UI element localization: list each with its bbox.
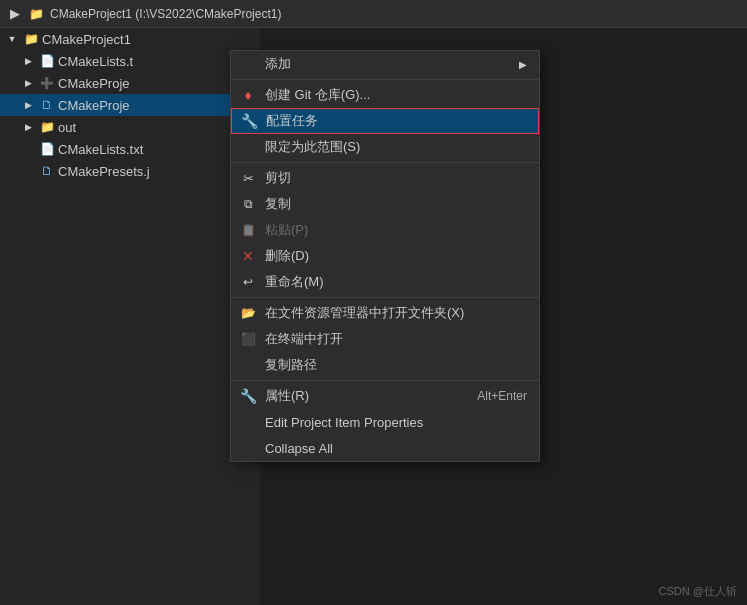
menu-item-explorer[interactable]: 📂 在文件资源管理器中打开文件夹(X) (231, 300, 539, 326)
collapseall-icon (239, 439, 257, 457)
arrow-cmake3 (20, 100, 36, 110)
folder-icon-root: 📁 (23, 31, 39, 47)
arrow-root (4, 34, 20, 44)
properties-shortcut: Alt+Enter (477, 389, 527, 403)
label-cmake2: CMakeProje (58, 76, 130, 91)
cut-icon: ✂ (239, 169, 257, 187)
menu-item-git[interactable]: ♦ 创建 Git 仓库(G)... (231, 82, 539, 108)
tree-item-cmake3[interactable]: 🗋 CMakeProje (0, 94, 260, 116)
menu-item-copypath[interactable]: 复制路径 (231, 352, 539, 378)
add-label: 添加 (265, 55, 511, 73)
explorer-icon: 📂 (239, 304, 257, 322)
menu-item-editprops[interactable]: Edit Project Item Properties (231, 409, 539, 435)
configure-icon: 🔧 (240, 112, 258, 130)
add-icon (239, 55, 257, 73)
menu-item-scope[interactable]: 限定为此范围(S) (231, 134, 539, 160)
tree-item-root[interactable]: 📁 CMakeProject1 (0, 28, 260, 50)
label-cmakelists: CMakeLists.txt (58, 142, 143, 157)
separator-4 (231, 380, 539, 381)
label-root: CMakeProject1 (42, 32, 131, 47)
file-icon-cmake3: 🗋 (39, 97, 55, 113)
paste-label: 粘贴(P) (265, 221, 527, 239)
copypath-icon (239, 356, 257, 374)
menu-item-delete[interactable]: ✕ 删除(D) (231, 243, 539, 269)
explorer-tree: 📁 CMakeProject1 📄 CMakeLists.t ➕ CMakePr… (0, 28, 260, 605)
title-text: CMakeProject1 (I:\VS2022\CMakeProject1) (50, 7, 281, 21)
copypath-label: 复制路径 (265, 356, 527, 374)
terminal-label: 在终端中打开 (265, 330, 527, 348)
folder-icon-out: 📁 (39, 119, 55, 135)
separator-1 (231, 79, 539, 80)
rename-icon: ↩ (239, 273, 257, 291)
tree-item-cmake2[interactable]: ➕ CMakeProje (0, 72, 260, 94)
cut-label: 剪切 (265, 169, 527, 187)
tree-item-cmake1[interactable]: 📄 CMakeLists.t (0, 50, 260, 72)
project-folder-icon: 📁 (28, 6, 44, 22)
arrow-cmake1 (20, 56, 36, 66)
properties-label: 属性(R) (265, 387, 469, 405)
git-label: 创建 Git 仓库(G)... (265, 86, 527, 104)
collapseall-label: Collapse All (265, 441, 527, 456)
tree-item-cmakepresets[interactable]: 🗋 CMakePresets.j (0, 160, 260, 182)
label-cmake1: CMakeLists.t (58, 54, 133, 69)
explorer-label: 在文件资源管理器中打开文件夹(X) (265, 304, 527, 322)
menu-item-properties[interactable]: 🔧 属性(R) Alt+Enter (231, 383, 539, 409)
menu-item-collapseall[interactable]: Collapse All (231, 435, 539, 461)
tree-item-out[interactable]: 📁 out (0, 116, 260, 138)
configure-label: 配置任务 (266, 112, 526, 130)
label-out: out (58, 120, 76, 135)
menu-item-paste: 📋 粘贴(P) (231, 217, 539, 243)
delete-icon: ✕ (239, 247, 257, 265)
copy-icon: ⧉ (239, 195, 257, 213)
copy-label: 复制 (265, 195, 527, 213)
label-cmake3: CMakeProje (58, 98, 130, 113)
file-icon-cmakelists: 📄 (39, 141, 55, 157)
menu-item-add[interactable]: 添加 ▶ (231, 51, 539, 77)
properties-icon: 🔧 (239, 387, 257, 405)
file-icon-cmake2: ➕ (39, 75, 55, 91)
editprops-icon (239, 413, 257, 431)
title-bar: ▶ 📁 CMakeProject1 (I:\VS2022\CMakeProjec… (0, 0, 747, 28)
scope-label: 限定为此范围(S) (265, 138, 527, 156)
menu-item-copy[interactable]: ⧉ 复制 (231, 191, 539, 217)
separator-3 (231, 297, 539, 298)
menu-item-rename[interactable]: ↩ 重命名(M) (231, 269, 539, 295)
menu-item-cut[interactable]: ✂ 剪切 (231, 165, 539, 191)
arrow-out (20, 122, 36, 132)
git-icon: ♦ (239, 86, 257, 104)
tree-item-cmakelists[interactable]: 📄 CMakeLists.txt (0, 138, 260, 160)
file-icon-cmake1: 📄 (39, 53, 55, 69)
scope-icon (239, 138, 257, 156)
menu-item-configure[interactable]: 🔧 配置任务 (231, 108, 539, 134)
label-cmakepresets: CMakePresets.j (58, 164, 150, 179)
arrow-cmake2 (20, 78, 36, 88)
context-menu: 添加 ▶ ♦ 创建 Git 仓库(G)... 🔧 配置任务 限定为此范围(S) … (230, 50, 540, 462)
rename-label: 重命名(M) (265, 273, 527, 291)
submenu-arrow-add: ▶ (519, 59, 527, 70)
separator-2 (231, 162, 539, 163)
title-icon: ▶ (8, 7, 22, 21)
menu-item-terminal[interactable]: ⬛ 在终端中打开 (231, 326, 539, 352)
file-icon-cmakepresets: 🗋 (39, 163, 55, 179)
paste-icon: 📋 (239, 221, 257, 239)
terminal-icon: ⬛ (239, 330, 257, 348)
watermark: CSDN @仕人斩 (659, 584, 737, 599)
delete-label: 删除(D) (265, 247, 527, 265)
editprops-label: Edit Project Item Properties (265, 415, 527, 430)
